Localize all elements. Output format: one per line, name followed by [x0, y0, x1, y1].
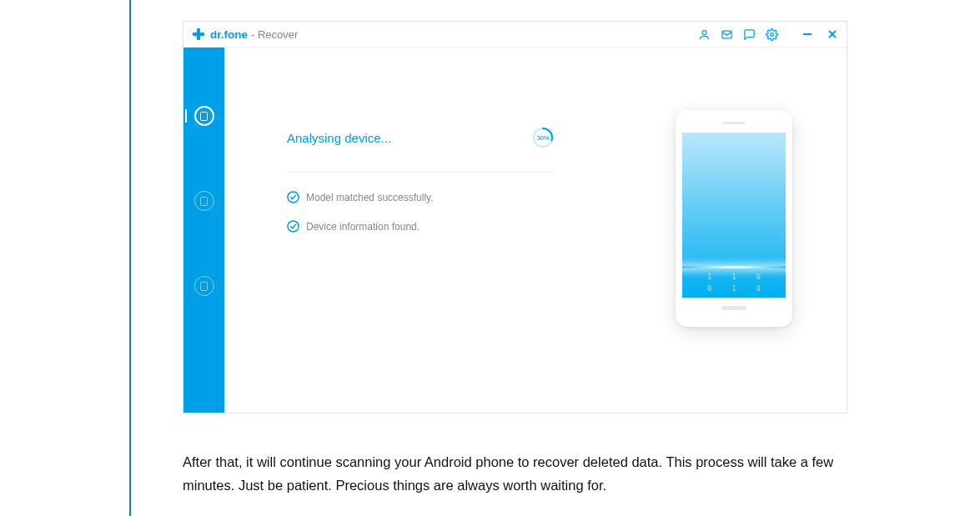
progress-ring-icon: 30%	[532, 127, 554, 148]
scan-line-icon	[682, 266, 786, 268]
step-item: Model matched successfully.	[287, 191, 554, 203]
drfone-logo-icon	[192, 28, 205, 41]
titlebar-action-icons	[698, 28, 778, 41]
main-panel: Analysing device... 30%	[224, 48, 847, 413]
binary-digit: 1	[731, 284, 736, 293]
binary-digit: 0	[756, 284, 761, 293]
feedback-icon[interactable]	[743, 28, 756, 41]
svg-point-4	[771, 33, 774, 36]
app-section-label: - Recover	[251, 28, 298, 41]
settings-gear-icon[interactable]	[766, 28, 778, 41]
svg-rect-1	[193, 33, 204, 36]
check-circle-icon	[287, 191, 299, 203]
sidebar	[183, 48, 224, 413]
article-left-border	[129, 0, 131, 516]
binary-digit: 1	[731, 273, 736, 281]
close-button[interactable]	[827, 28, 838, 40]
titlebar: dr.fone - Recover	[183, 22, 847, 48]
phone-illustration: 1 1 0 0 1 0	[667, 110, 801, 327]
binary-digit: 0	[756, 273, 761, 281]
analysing-title: Analysing device...	[287, 131, 391, 145]
app-brand-label: dr.fone	[210, 28, 248, 41]
binary-digit: 0	[707, 284, 711, 293]
step-text: Device information found.	[306, 221, 420, 233]
sidebar-item-secondary-2[interactable]	[194, 276, 214, 296]
app-window: dr.fone - Recover	[183, 21, 847, 413]
sidebar-item-recover-phone[interactable]	[194, 106, 214, 126]
svg-point-2	[702, 30, 706, 34]
sidebar-item-secondary-1[interactable]	[194, 191, 214, 211]
check-circle-icon	[287, 220, 299, 233]
progress-percent-label: 30%	[532, 127, 554, 148]
binary-digit: 1	[707, 273, 711, 281]
analysis-block: Analysing device... 30%	[287, 127, 554, 249]
article-paragraph: After that, it will continue scanning yo…	[183, 450, 850, 497]
step-item: Device information found.	[287, 220, 554, 233]
step-text: Model matched successfully.	[306, 192, 434, 203]
account-icon[interactable]	[698, 28, 711, 41]
minimize-button[interactable]	[802, 28, 813, 40]
mail-icon[interactable]	[721, 28, 733, 41]
